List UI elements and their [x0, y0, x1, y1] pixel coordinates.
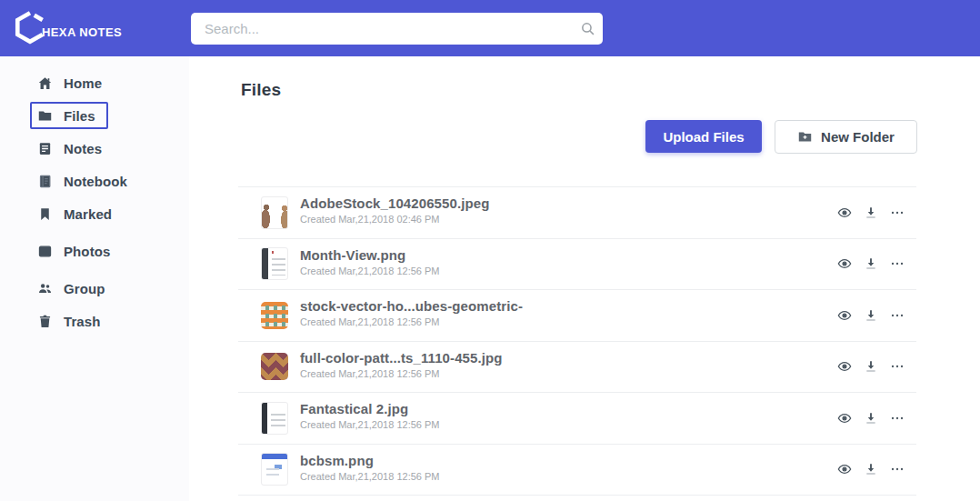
more-icon[interactable]	[889, 358, 905, 375]
sidebar-item-notebook[interactable]: Notebook	[36, 165, 127, 197]
file-thumbnail-webpage	[261, 453, 288, 486]
download-icon[interactable]	[863, 461, 879, 477]
sidebar-item-marked[interactable]: Marked	[36, 197, 112, 230]
sidebar-item-trash[interactable]: Trash	[36, 305, 101, 337]
eye-icon[interactable]	[836, 205, 853, 221]
trash-icon	[36, 313, 54, 330]
sidebar-item-label: Notebook	[64, 174, 127, 189]
download-icon[interactable]	[863, 307, 879, 324]
file-thumbnail-mosaic	[261, 302, 288, 329]
search-icon[interactable]	[572, 21, 603, 36]
new-folder-label: New Folder	[821, 129, 895, 145]
file-meta: AdobeStock_104206550.jpeg Created Mar,21…	[300, 195, 489, 225]
file-name[interactable]: AdobeStock_104206550.jpeg	[300, 195, 489, 211]
search-bar[interactable]	[191, 13, 603, 45]
file-meta: stock-vector-ho...ubes-geometric- Create…	[300, 298, 523, 327]
file-row[interactable]: AdobeStock_104206550.jpeg Created Mar,21…	[238, 186, 916, 238]
more-icon[interactable]	[889, 307, 905, 324]
file-row[interactable]: Month-View.png Created Mar,21,2018 12:56…	[238, 238, 916, 290]
file-name[interactable]: Month-View.png	[300, 247, 439, 263]
file-actions	[836, 342, 905, 393]
file-actions	[836, 239, 905, 290]
sidebar-item-label: Files	[64, 108, 95, 124]
file-name[interactable]: full-color-patt...ts_1110-455.jpg	[300, 350, 503, 366]
file-created-date: Created Mar,21,2018 12:56 PM	[300, 266, 439, 276]
file-thumbnail-calendar	[261, 247, 288, 280]
file-created-date: Created Mar,21,2018 02:46 PM	[300, 214, 489, 225]
file-name[interactable]: stock-vector-ho...ubes-geometric-	[300, 298, 523, 314]
sidebar-item-label: Trash	[64, 314, 101, 329]
sidebar-item-label: Group	[64, 281, 105, 296]
more-icon[interactable]	[889, 410, 905, 426]
file-row[interactable]: Fantastical 2.jpg Created Mar,21,2018 12…	[238, 392, 916, 444]
more-icon[interactable]	[889, 461, 905, 477]
file-actions	[836, 290, 905, 341]
file-meta: full-color-patt...ts_1110-455.jpg Create…	[300, 350, 503, 379]
sidebar-item-label: Photos	[64, 244, 110, 259]
sidebar-item-files[interactable]: Files	[30, 102, 108, 129]
file-row[interactable]: stock-vector-ho...ubes-geometric- Create…	[238, 289, 916, 341]
sidebar-item-label: Home	[64, 75, 102, 91]
download-icon[interactable]	[863, 358, 879, 375]
eye-icon[interactable]	[836, 410, 853, 426]
main-content: Files Upload Files New Folder AdobeStock…	[189, 56, 980, 501]
file-created-date: Created Mar,21,2018 12:56 PM	[300, 419, 439, 430]
file-name[interactable]: Fantastical 2.jpg	[300, 401, 439, 416]
notes-icon	[36, 140, 54, 157]
marked-icon	[36, 205, 54, 223]
file-thumbnail-calendar2	[261, 402, 288, 435]
file-list: AdobeStock_104206550.jpeg Created Mar,21…	[238, 186, 916, 496]
brand-logo[interactable]: HEXA NOTES	[13, 9, 122, 45]
sidebar-item-group[interactable]: Group	[36, 272, 105, 305]
sidebar: Home Files Notes Notebook Marked Photos …	[0, 56, 189, 501]
file-meta: bcbsm.png Created Mar,21,2018 12:56 PM	[300, 453, 439, 482]
upload-files-button[interactable]: Upload Files	[645, 120, 762, 153]
eye-icon[interactable]	[836, 461, 853, 477]
files-icon	[36, 107, 54, 125]
sidebar-item-label: Notes	[64, 141, 102, 156]
sidebar-item-photos[interactable]: Photos	[36, 235, 110, 267]
file-actions	[836, 187, 905, 238]
new-folder-button[interactable]: New Folder	[775, 120, 917, 154]
search-input[interactable]	[191, 21, 572, 36]
folder-plus-icon	[797, 129, 813, 145]
more-icon[interactable]	[889, 256, 905, 272]
eye-icon[interactable]	[836, 256, 853, 272]
file-meta: Fantastical 2.jpg Created Mar,21,2018 12…	[300, 401, 439, 430]
file-meta: Month-View.png Created Mar,21,2018 12:56…	[300, 247, 439, 276]
file-row[interactable]: full-color-patt...ts_1110-455.jpg Create…	[238, 341, 916, 393]
page-title: Files	[241, 80, 281, 100]
brand-name: HEXA NOTES	[42, 25, 122, 39]
file-created-date: Created Mar,21,2018 12:56 PM	[300, 471, 439, 482]
notebook-icon	[36, 173, 54, 190]
file-thumbnail-people	[261, 196, 288, 229]
app-header: HEXA NOTES	[0, 0, 980, 56]
file-created-date: Created Mar,21,2018 12:56 PM	[300, 316, 523, 327]
download-icon[interactable]	[863, 205, 879, 221]
more-icon[interactable]	[889, 205, 905, 221]
file-thumbnail-chevron	[261, 353, 288, 380]
file-actions	[836, 445, 905, 496]
group-icon	[36, 280, 54, 297]
file-actions	[836, 393, 905, 444]
eye-icon[interactable]	[836, 358, 853, 375]
photos-icon	[36, 243, 54, 260]
sidebar-item-notes[interactable]: Notes	[36, 132, 102, 165]
file-row[interactable]: bcbsm.png Created Mar,21,2018 12:56 PM	[238, 444, 916, 496]
sidebar-item-label: Marked	[64, 206, 112, 222]
eye-icon[interactable]	[836, 307, 853, 324]
sidebar-item-home[interactable]: Home	[36, 66, 102, 99]
file-name[interactable]: bcbsm.png	[300, 453, 439, 468]
download-icon[interactable]	[863, 410, 879, 426]
download-icon[interactable]	[863, 256, 879, 272]
file-created-date: Created Mar,21,2018 12:56 PM	[300, 368, 503, 379]
home-icon	[36, 75, 54, 92]
